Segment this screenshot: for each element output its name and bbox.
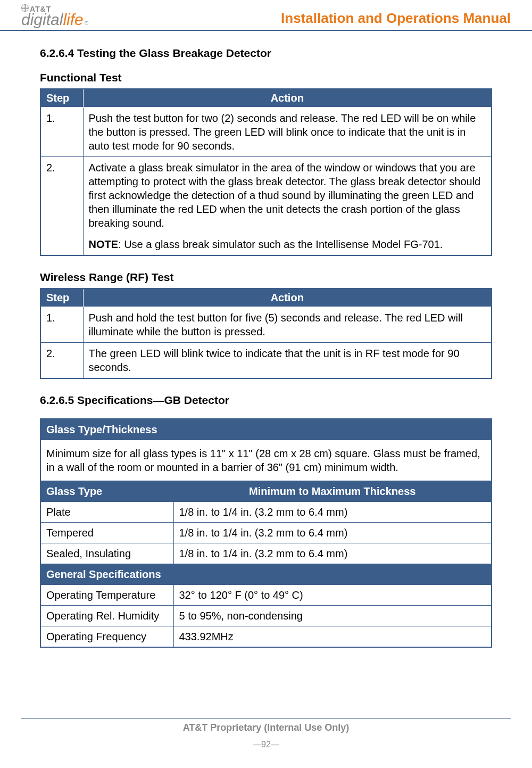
logo-digital-text: digital — [21, 12, 63, 28]
table-row: Operating Temperature 32° to 120° F (0° … — [40, 585, 492, 606]
table-row: 1. Push the test button for two (2) seco… — [40, 108, 492, 157]
glass-thickness: 1/8 in. to 1/4 in. (3.2 mm to 6.4 mm) — [173, 502, 492, 523]
table-row: Plate 1/8 in. to 1/4 in. (3.2 mm to 6.4 … — [40, 502, 492, 523]
glass-type: Tempered — [40, 523, 173, 543]
step-action: Push the test button for two (2) seconds… — [83, 108, 492, 157]
table-row: Tempered 1/8 in. to 1/4 in. (3.2 mm to 6… — [40, 523, 492, 543]
note-label: NOTE — [89, 238, 119, 250]
page-header: AT&T digitallife® Installation and Opera… — [0, 0, 532, 31]
general-spec-header: General Specifications — [40, 564, 492, 585]
manual-title: Installation and Operations Manual — [281, 10, 511, 28]
note-text: : Use a glass break simulator such as th… — [118, 238, 443, 250]
step-number: 2. — [40, 343, 83, 379]
table-row: 1. Push and hold the test button for fiv… — [40, 307, 492, 343]
functional-test-heading: Functional Test — [40, 71, 492, 84]
step-action-text: Activate a glass break simulator in the … — [89, 162, 481, 229]
functional-test-table: Step Action 1. Push the test button for … — [40, 88, 492, 256]
col-step: Step — [40, 89, 83, 108]
glass-desc: Minimum size for all glass types is 11" … — [40, 440, 492, 481]
footer-divider — [21, 719, 511, 719]
glass-type: Sealed, Insulating — [40, 543, 173, 564]
glass-type: Plate — [40, 502, 173, 523]
step-number: 2. — [40, 157, 83, 256]
col-glass-type: Glass Type — [40, 481, 173, 502]
table-row: Operating Frequency 433.92MHz — [40, 626, 492, 648]
spec-key: Operating Rel. Humidity — [40, 606, 173, 626]
step-action: Push and hold the test button for five (… — [83, 307, 492, 343]
step-number: 1. — [40, 307, 83, 343]
page-footer: AT&T Proprietary (Internal Use Only) —92… — [0, 719, 532, 749]
logo-life-text: life — [63, 12, 83, 28]
spec-key: Operating Temperature — [40, 585, 173, 606]
spec-val: 5 to 95%, non-condensing — [173, 606, 492, 626]
col-step: Step — [40, 288, 83, 307]
page-number: —92— — [0, 740, 532, 749]
spec-key: Operating Frequency — [40, 626, 173, 648]
glass-thickness: 1/8 in. to 1/4 in. (3.2 mm to 6.4 mm) — [173, 523, 492, 543]
table-row: Sealed, Insulating 1/8 in. to 1/4 in. (3… — [40, 543, 492, 564]
col-action: Action — [83, 288, 492, 307]
globe-icon — [21, 4, 29, 12]
section-6264-title: 6.2.6.4 Testing the Glass Breakage Detec… — [40, 47, 492, 60]
spec-val: 433.92MHz — [173, 626, 492, 648]
table-row: 2. The green LED will blink twice to ind… — [40, 343, 492, 379]
logo: AT&T digitallife® — [21, 4, 88, 28]
rf-test-table: Step Action 1. Push and hold the test bu… — [40, 288, 492, 379]
rf-test-heading: Wireless Range (RF) Test — [40, 271, 492, 284]
col-action: Action — [83, 89, 492, 108]
col-thickness: Minimum to Maximum Thickness — [173, 481, 492, 502]
logo-registered: ® — [85, 21, 88, 26]
section-6265-title: 6.2.6.5 Specifications—GB Detector — [40, 394, 492, 407]
proprietary-text: AT&T Proprietary (Internal Use Only) — [0, 722, 532, 733]
step-action: The green LED will blink twice to indica… — [83, 343, 492, 379]
logo-main: digitallife® — [21, 12, 88, 28]
glass-type-header: Glass Type/Thickness — [40, 419, 492, 440]
spec-val: 32° to 120° F (0° to 49° C) — [173, 585, 492, 606]
table-row: Operating Rel. Humidity 5 to 95%, non-co… — [40, 606, 492, 626]
table-row: 2. Activate a glass break simulator in t… — [40, 157, 492, 256]
step-number: 1. — [40, 108, 83, 157]
step-action: Activate a glass break simulator in the … — [83, 157, 492, 256]
note: NOTE: Use a glass break simulator such a… — [89, 237, 486, 251]
glass-thickness: 1/8 in. to 1/4 in. (3.2 mm to 6.4 mm) — [173, 543, 492, 564]
page-content: 6.2.6.4 Testing the Glass Breakage Detec… — [0, 31, 532, 648]
spec-table: Glass Type/Thickness Minimum size for al… — [40, 418, 492, 648]
